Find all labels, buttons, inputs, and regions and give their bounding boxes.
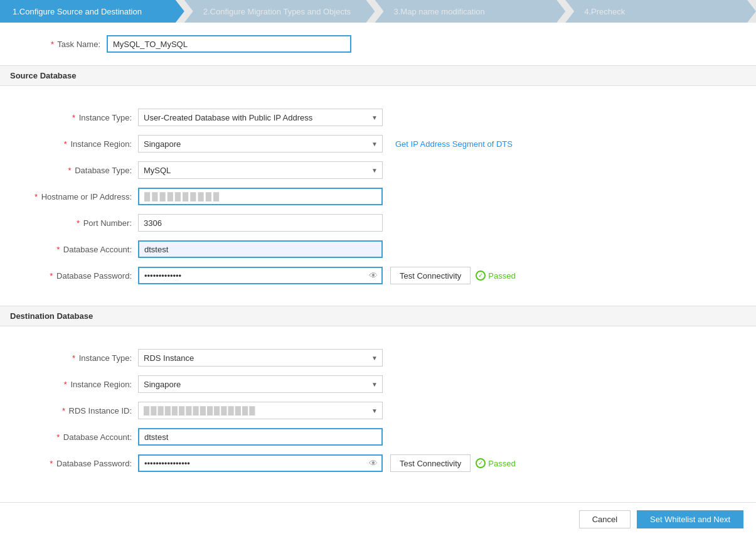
dest-rds-id-select-wrapper: ████████████████ ▼ <box>138 402 383 419</box>
source-password-eye-icon[interactable]: 👁 <box>369 271 378 281</box>
dest-instance-type-label: * Instance Type: <box>13 353 138 363</box>
dest-account-label: * Database Account: <box>13 432 138 442</box>
source-password-label: * Database Password: <box>13 271 138 281</box>
set-whitelist-next-button[interactable]: Set Whitelist and Next <box>637 510 743 528</box>
dest-instance-region-select[interactable]: Singapore US East EU West <box>138 375 383 393</box>
footer-bar: Cancel Set Whitelist and Next <box>0 502 756 536</box>
source-form-section: * Instance Type: User-Created Database w… <box>0 96 756 306</box>
step2-label: 2.Configure Migration Types and Objects <box>203 7 351 16</box>
source-check-circle-icon: ✓ <box>476 271 486 281</box>
source-account-row: * Database Account: <box>0 240 756 258</box>
dest-password-wrapper: 👁 <box>138 454 383 472</box>
source-password-wrapper: 👁 <box>138 267 383 284</box>
source-hostname-label: * Hostname or IP Address: <box>13 192 138 201</box>
source-instance-type-row: * Instance Type: User-Created Database w… <box>0 109 756 126</box>
task-name-input[interactable] <box>107 35 351 53</box>
task-name-section: * Task Name: <box>0 23 756 65</box>
wizard-step-4[interactable]: 4.Precheck <box>565 0 756 23</box>
step1-label: 1.Configure Source and Destination <box>13 7 142 16</box>
dest-rds-id-label: * RDS Instance ID: <box>13 406 138 415</box>
step3-label: 3.Map name modification <box>394 7 485 16</box>
source-database-type-row: * Database Type: MySQL PostgreSQL Oracle… <box>0 161 756 179</box>
wizard-step-3[interactable]: 3.Map name modification <box>375 0 566 23</box>
wizard-steps: 1.Configure Source and Destination 2.Con… <box>0 0 756 23</box>
dest-instance-type-row: * Instance Type: RDS Instance User-Creat… <box>0 349 756 367</box>
dest-test-connectivity-button[interactable]: Test Connectivity <box>390 454 471 472</box>
dest-rds-id-select[interactable]: ████████████████ <box>138 402 383 419</box>
dest-password-label: * Database Password: <box>13 459 138 468</box>
source-instance-type-select-wrapper: User-Created Database with Public IP Add… <box>138 109 383 126</box>
dest-password-row: * Database Password: 👁 Test Connectivity… <box>0 454 756 472</box>
source-database-type-select-wrapper: MySQL PostgreSQL Oracle ▼ <box>138 161 383 179</box>
source-hostname-row: * Hostname or IP Address: <box>0 188 756 205</box>
dest-instance-type-select[interactable]: RDS Instance User-Created Database with … <box>138 349 383 367</box>
dest-password-eye-icon[interactable]: 👁 <box>369 458 378 468</box>
dest-instance-region-row: * Instance Region: Singapore US East EU … <box>0 375 756 393</box>
source-port-label: * Port Number: <box>13 218 138 228</box>
dest-rds-id-row: * RDS Instance ID: ████████████████ ▼ <box>0 402 756 419</box>
task-name-label: * Task Name: <box>13 40 107 49</box>
dest-password-input[interactable] <box>138 454 383 472</box>
source-port-input[interactable] <box>138 214 383 232</box>
source-database-header: Source Database <box>0 65 756 86</box>
source-password-row: * Database Password: 👁 Test Connectivity… <box>0 267 756 284</box>
get-ip-segment-link[interactable]: Get IP Address Segment of DTS <box>395 139 513 149</box>
source-test-connectivity-button[interactable]: Test Connectivity <box>390 267 471 284</box>
dest-account-row: * Database Account: <box>0 428 756 446</box>
dest-instance-region-label: * Instance Region: <box>13 380 138 389</box>
source-instance-region-label: * Instance Region: <box>13 139 138 149</box>
wizard-step-1[interactable]: 1.Configure Source and Destination <box>0 0 184 23</box>
source-account-label: * Database Account: <box>13 245 138 254</box>
destination-form-section: * Instance Type: RDS Instance User-Creat… <box>0 336 756 493</box>
cancel-button[interactable]: Cancel <box>579 510 631 528</box>
source-instance-type-select[interactable]: User-Created Database with Public IP Add… <box>138 109 383 126</box>
dest-account-input[interactable] <box>138 428 383 446</box>
dest-instance-type-select-wrapper: RDS Instance User-Created Database with … <box>138 349 383 367</box>
wizard-step-2[interactable]: 2.Configure Migration Types and Objects <box>184 0 375 23</box>
source-instance-region-select[interactable]: Singapore US East EU West <box>138 135 383 153</box>
source-passed-badge: ✓ Passed <box>476 271 515 281</box>
dest-passed-badge: ✓ Passed <box>476 458 515 468</box>
dest-check-circle-icon: ✓ <box>476 458 486 468</box>
dest-instance-region-select-wrapper: Singapore US East EU West ▼ <box>138 375 383 393</box>
source-account-input[interactable] <box>138 240 383 258</box>
step4-label: 4.Precheck <box>584 7 625 16</box>
source-password-input[interactable] <box>138 267 383 284</box>
source-database-type-label: * Database Type: <box>13 166 138 175</box>
source-port-row: * Port Number: <box>0 214 756 232</box>
source-database-type-select[interactable]: MySQL PostgreSQL Oracle <box>138 161 383 179</box>
source-instance-type-label: * Instance Type: <box>13 113 138 122</box>
source-hostname-input[interactable] <box>138 188 383 205</box>
main-container: * Task Name: Source Database * Instance … <box>0 23 756 531</box>
source-instance-region-select-wrapper: Singapore US East EU West ▼ <box>138 135 383 153</box>
source-instance-region-row: * Instance Region: Singapore US East EU … <box>0 135 756 153</box>
destination-database-header: Destination Database <box>0 306 756 326</box>
required-star-task: * <box>51 40 54 49</box>
